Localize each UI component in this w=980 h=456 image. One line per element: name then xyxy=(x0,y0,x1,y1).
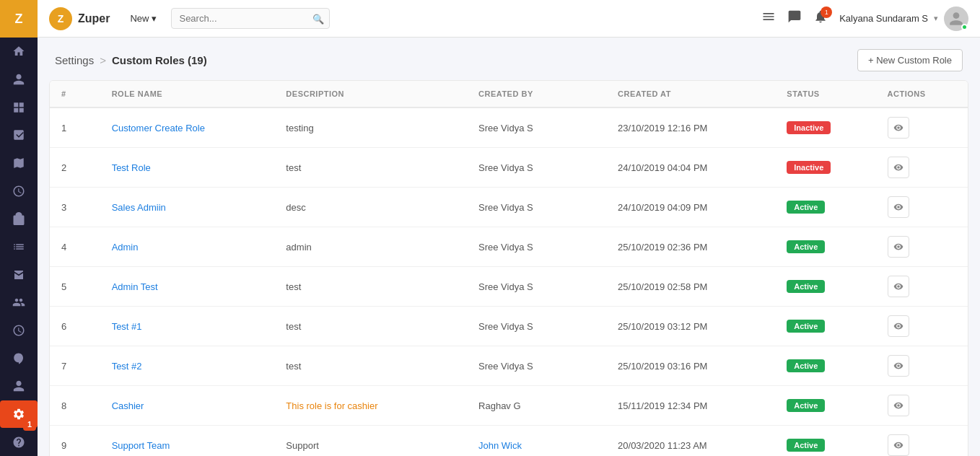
cell-actions xyxy=(876,148,968,188)
brand-name: Zuper xyxy=(78,12,110,25)
cell-num: 9 xyxy=(50,426,100,457)
col-num: # xyxy=(50,81,100,108)
cell-status: Inactive xyxy=(775,108,875,148)
cell-actions xyxy=(876,346,968,386)
sidebar-item-inventory[interactable] xyxy=(0,260,38,289)
table-row: 2 Test Role test Sree Vidya S 24/10/2019… xyxy=(50,148,968,188)
table-row: 7 Test #2 test Sree Vidya S 25/10/2019 0… xyxy=(50,346,968,386)
cell-role-name: Test #2 xyxy=(100,346,275,386)
new-custom-role-button[interactable]: + New Custom Role xyxy=(857,49,963,71)
cell-num: 1 xyxy=(50,108,100,148)
cell-actions xyxy=(876,386,968,426)
cell-description: This role is for cashier xyxy=(274,386,467,426)
sidebar-item-tasks[interactable] xyxy=(0,233,38,261)
status-badge: Active xyxy=(787,240,825,253)
view-button[interactable] xyxy=(888,276,909,297)
online-indicator xyxy=(961,24,968,30)
status-badge: Active xyxy=(787,399,825,412)
view-button[interactable] xyxy=(888,434,909,456)
cell-description: Support xyxy=(274,426,467,457)
role-link[interactable]: Admin xyxy=(112,242,139,253)
cell-actions xyxy=(876,108,968,148)
cell-description: admin xyxy=(274,227,467,267)
sidebar-item-home[interactable] xyxy=(0,38,38,66)
col-created-at: CREATED AT xyxy=(606,81,775,108)
role-link[interactable]: Customer Create Role xyxy=(112,123,205,133)
chat-icon[interactable] xyxy=(787,9,802,27)
status-badge: Inactive xyxy=(787,121,831,134)
cell-num: 5 xyxy=(50,267,100,307)
view-button[interactable] xyxy=(888,236,909,258)
sidebar-item-schedule[interactable] xyxy=(0,177,38,205)
col-created-by: CREATED BY xyxy=(467,81,606,108)
table-header-row: # ROLE NAME DESCRIPTION CREATED BY CREAT… xyxy=(50,81,968,108)
view-button[interactable] xyxy=(888,355,909,377)
sidebar-item-parts[interactable] xyxy=(0,344,38,372)
role-link[interactable]: Test Role xyxy=(112,162,151,173)
view-button[interactable] xyxy=(888,157,909,178)
breadcrumb-current: Custom Roles (19) xyxy=(112,54,207,66)
cell-role-name: Support Team xyxy=(100,426,275,457)
sidebar-item-help[interactable] xyxy=(0,428,38,456)
role-link[interactable]: Test #1 xyxy=(112,321,142,332)
status-badge: Active xyxy=(787,320,825,333)
table-row: 3 Sales Admiin desc Sree Vidya S 24/10/2… xyxy=(50,188,968,227)
role-link[interactable]: Admin Test xyxy=(112,281,158,292)
menu-icon[interactable] xyxy=(761,9,776,27)
sidebar-logo[interactable]: Z xyxy=(0,0,38,38)
username: Kalyana Sundaram S xyxy=(839,13,928,24)
sidebar-item-reports[interactable] xyxy=(0,121,38,149)
cell-status: Active xyxy=(775,346,875,386)
breadcrumb-settings[interactable]: Settings xyxy=(55,54,94,66)
new-custom-role-label: + New Custom Role xyxy=(868,55,952,66)
user-menu[interactable]: Kalyana Sundaram S ▾ xyxy=(839,6,968,31)
sidebar-item-field-agents[interactable] xyxy=(0,372,38,400)
cell-status: Active xyxy=(775,426,875,457)
table-row: 4 Admin admin Sree Vidya S 25/10/2019 02… xyxy=(50,227,968,267)
table-row: 5 Admin Test test Sree Vidya S 25/10/201… xyxy=(50,267,968,307)
cell-created-by: John Wick xyxy=(467,426,606,457)
view-button[interactable] xyxy=(888,117,909,139)
cell-created-at: 24/10/2019 04:04 PM xyxy=(606,148,775,188)
cell-description: test xyxy=(274,267,467,307)
sidebar-item-timesheets[interactable] xyxy=(0,317,38,345)
cell-created-by: Raghav G xyxy=(467,386,606,426)
sidebar-item-customers[interactable] xyxy=(0,289,38,317)
new-button[interactable]: New ▾ xyxy=(124,10,162,27)
sidebar-item-jobs[interactable] xyxy=(0,205,38,233)
role-link[interactable]: Sales Admiin xyxy=(112,202,166,213)
cell-created-by: Sree Vidya S xyxy=(467,148,606,188)
sidebar-item-map[interactable] xyxy=(0,149,38,177)
cell-created-at: 25/10/2019 02:36 PM xyxy=(606,227,775,267)
sidebar-item-settings[interactable]: 1 xyxy=(0,400,38,429)
cell-status: Active xyxy=(775,188,875,227)
topnav: Z Zuper New ▾ 🔍 1 Kalyana Sundaram xyxy=(38,0,980,38)
cell-actions xyxy=(876,267,968,307)
content-area: Settings > Custom Roles (19) + New Custo… xyxy=(38,38,980,456)
notification-icon[interactable]: 1 xyxy=(813,9,828,27)
view-button[interactable] xyxy=(888,315,909,337)
table-row: 6 Test #1 test Sree Vidya S 25/10/2019 0… xyxy=(50,307,968,346)
cell-description: test xyxy=(274,346,467,386)
sidebar-item-contacts[interactable] xyxy=(0,66,38,94)
view-button[interactable] xyxy=(888,395,909,416)
view-button[interactable] xyxy=(888,196,909,218)
cell-role-name: Customer Create Role xyxy=(100,108,275,148)
cell-created-by: Sree Vidya S xyxy=(467,346,606,386)
role-link[interactable]: Support Team xyxy=(112,440,170,451)
brand-logo: Z xyxy=(49,7,72,30)
cell-created-at: 24/10/2019 04:09 PM xyxy=(606,188,775,227)
cell-status: Active xyxy=(775,267,875,307)
cell-status: Inactive xyxy=(775,148,875,188)
cell-role-name: Test #1 xyxy=(100,307,275,346)
sidebar-item-dashboard[interactable] xyxy=(0,93,38,121)
role-link[interactable]: Cashier xyxy=(112,400,144,411)
table-row: 9 Support Team Support John Wick 20/03/2… xyxy=(50,426,968,457)
avatar xyxy=(944,6,968,31)
cell-created-at: 25/10/2019 03:16 PM xyxy=(606,346,775,386)
cell-num: 2 xyxy=(50,148,100,188)
cell-num: 6 xyxy=(50,307,100,346)
cell-description: test xyxy=(274,307,467,346)
search-input[interactable] xyxy=(171,8,330,29)
role-link[interactable]: Test #2 xyxy=(112,361,142,372)
